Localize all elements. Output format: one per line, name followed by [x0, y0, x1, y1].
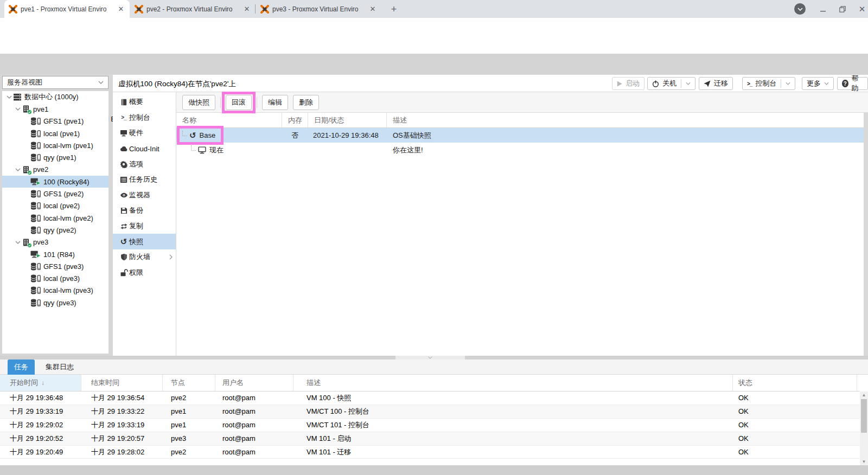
tree-item-100-rocky84-[interactable]: 100 (Rocky84) [2, 176, 108, 188]
tree-item-pve1[interactable]: pve1 [2, 103, 108, 115]
menu-item--[interactable]: 备份 [113, 203, 176, 219]
tree-item-pve2[interactable]: pve2 [2, 164, 108, 176]
expander-chevron-icon[interactable] [14, 107, 22, 111]
tab-close-icon[interactable]: ✕ [368, 5, 377, 14]
window-minimize-button[interactable] [816, 2, 830, 16]
eye-icon [118, 192, 129, 198]
help-button[interactable]: ? 帮助 [837, 77, 868, 90]
menu-item-label: 选项 [129, 159, 143, 169]
column-header-node[interactable]: 节点 [163, 375, 215, 391]
task-username: root@pam [215, 421, 293, 429]
tab-close-icon[interactable]: ✕ [242, 5, 251, 14]
menu-item--[interactable]: ↺快照 [113, 234, 176, 249]
view-selector[interactable]: 服务器视图 [2, 76, 108, 89]
console-button[interactable]: >_ 控制台 [742, 77, 795, 90]
tree-item-gfs1-pve3-[interactable]: GFS1 (pve3) [2, 260, 108, 272]
tree-item-label: local-lvm (pve3) [43, 286, 93, 294]
browser-tab-strip: pve1 - Proxmox Virtual Enviro✕pve2 - Pro… [0, 0, 868, 18]
task-description: VM 101 - 迁移 [293, 447, 733, 457]
more-button[interactable]: 更多 [802, 77, 834, 90]
take-snapshot-button[interactable]: 做快照 [182, 95, 215, 110]
shutdown-label: 关机 [662, 79, 676, 88]
new-tab-button[interactable]: + [387, 3, 400, 16]
expander-chevron-icon[interactable] [5, 95, 13, 99]
tree-item-local-lvm-pve1-[interactable]: local-lvm (pve1) [2, 139, 108, 151]
column-header-description[interactable]: 描述 [293, 375, 733, 391]
column-header-status[interactable]: 状态 [733, 375, 857, 391]
tab-cluster-log[interactable]: 集群日志 [39, 360, 80, 375]
expander-chevron-icon[interactable] [14, 168, 22, 171]
scroll-up-icon[interactable]: ▲ [860, 391, 868, 399]
tree-item-101-r84-[interactable]: 101 (R84) [2, 248, 108, 260]
browser-tab[interactable]: pve2 - Proxmox Virtual Enviro✕ [130, 0, 256, 18]
snapshot-scrollbar[interactable] [864, 113, 868, 356]
tab-close-icon[interactable]: ✕ [117, 5, 125, 14]
task-start-time: 十月 29 19:33:19 [0, 407, 81, 416]
task-row[interactable]: 十月 29 19:20:49十月 29 19:28:02pve2root@pam… [0, 446, 860, 459]
start-button[interactable]: 启动 [612, 77, 644, 90]
tree-item-local-lvm-pve2-[interactable]: local-lvm (pve2) [2, 212, 108, 224]
browser-tab[interactable]: pve1 - Proxmox Virtual Enviro✕ [4, 0, 130, 18]
task-row[interactable]: 十月 29 19:29:02十月 29 19:33:19pve1root@pam… [0, 419, 860, 432]
task-row[interactable]: 十月 29 19:36:48十月 29 19:36:54pve2root@pam… [0, 391, 860, 405]
snapshot-row-现在[interactable]: 现在你在这里! [176, 143, 864, 157]
browser-menu-chevron-icon[interactable] [794, 3, 806, 15]
menu-item-label: 概要 [129, 97, 143, 107]
tab-tasks[interactable]: 任务 [8, 360, 35, 375]
column-header-memory[interactable]: 内存 [282, 113, 308, 127]
column-header-stub [857, 375, 860, 391]
tree-item-local-pve3-[interactable]: local (pve3) [2, 272, 108, 284]
menu-item--[interactable]: 权限 [113, 265, 176, 281]
task-rows: 十月 29 19:36:48十月 29 19:36:54pve2root@pam… [0, 391, 860, 459]
task-row[interactable]: 十月 29 19:20:52十月 29 19:20:57pve3root@pam… [0, 432, 860, 446]
column-header-start-time[interactable]: 开始时间↓ [0, 375, 81, 391]
column-header-end-time[interactable]: 结束时间 [81, 375, 163, 391]
tree-item-label: pve3 [33, 238, 48, 246]
tree-item-pve3[interactable]: pve3 [2, 236, 108, 248]
menu-item--[interactable]: 任务历史 [113, 172, 176, 188]
tree-item-local-pve2-[interactable]: local (pve2) [2, 200, 108, 212]
column-header-name[interactable]: 名称 [176, 113, 282, 127]
node-icon [22, 239, 30, 246]
menu-item--[interactable]: 复制 [113, 219, 176, 234]
chevron-down-icon[interactable] [786, 82, 790, 85]
snapshot-row-base[interactable]: ↺Base否2021-10-29 19:36:48OS基础快照 [176, 128, 864, 143]
chevron-down-icon[interactable] [686, 82, 691, 85]
task-scrollbar[interactable]: ▲ ▼ [860, 391, 868, 465]
task-row[interactable]: 十月 29 19:33:19十月 29 19:33:22pve1root@pam… [0, 405, 860, 419]
migrate-button[interactable]: 迁移 [699, 77, 733, 90]
window-close-button[interactable]: ✕ [855, 2, 868, 16]
menu-item--[interactable]: >_控制台 [113, 110, 176, 126]
tree-item-qyy-pve1-[interactable]: qyy (pve1) [2, 151, 108, 163]
expander-chevron-icon[interactable] [14, 241, 22, 244]
splitter-grip[interactable] [395, 356, 465, 360]
tree-item-local-pve1-[interactable]: local (pve1) [2, 127, 108, 139]
edit-button[interactable]: 编辑 [262, 95, 288, 110]
menu-item--[interactable]: 选项 [113, 156, 176, 172]
scroll-down-icon[interactable]: ▼ [860, 458, 868, 465]
menu-item--[interactable]: 硬件 [113, 125, 176, 141]
tree-item-gfs1-pve1-[interactable]: GFS1 (pve1) [2, 115, 108, 127]
tree-item-label: GFS1 (pve1) [43, 117, 84, 125]
menu-item-cloud-init[interactable]: Cloud-Init [113, 141, 176, 157]
menu-item-label: 备份 [129, 206, 143, 215]
tree-item-local-lvm-pve3-[interactable]: local-lvm (pve3) [2, 285, 108, 297]
tree-item-label: 101 (R84) [43, 251, 75, 259]
browser-tab[interactable]: pve3 - Proxmox Virtual Enviro✕ [256, 0, 381, 18]
task-start-time: 十月 29 19:20:52 [0, 434, 81, 444]
remove-button[interactable]: 删除 [293, 95, 319, 110]
menu-item--[interactable]: 概要 [113, 94, 176, 110]
menu-item--[interactable]: 防火墙 [113, 249, 176, 265]
menu-item--[interactable]: 监视器 [113, 188, 176, 203]
tree-item-qyy-pve3-[interactable]: qyy (pve3) [2, 297, 108, 309]
column-header-username[interactable]: 用户名 [215, 375, 293, 391]
tree-item-gfs1-pve2-[interactable]: GFS1 (pve2) [2, 188, 108, 200]
column-header-description[interactable]: 描述 [387, 113, 864, 127]
window-restore-button[interactable] [835, 2, 850, 16]
scrollbar-thumb[interactable] [861, 399, 867, 433]
tree-item--1000y-[interactable]: 数据中心 (1000y) [2, 91, 108, 103]
shutdown-button[interactable]: 关机 [647, 77, 695, 90]
column-header-date[interactable]: 日期/状态 [308, 113, 387, 127]
tree-item-qyy-pve2-[interactable]: qyy (pve2) [2, 224, 108, 236]
task-node: pve1 [163, 421, 215, 429]
